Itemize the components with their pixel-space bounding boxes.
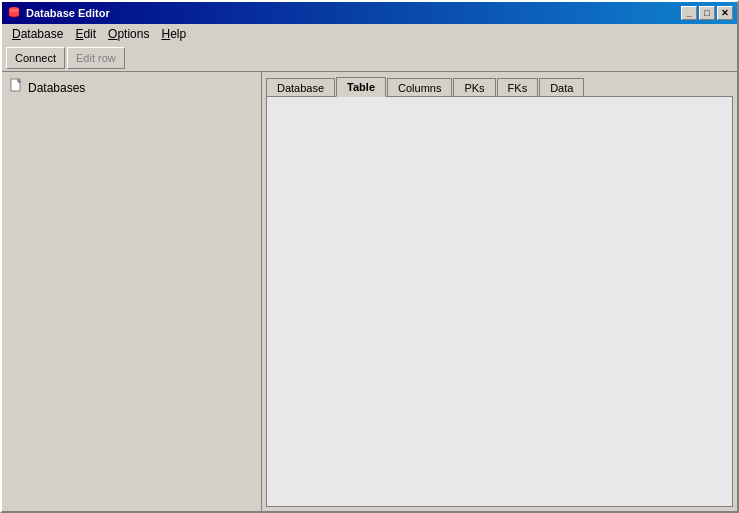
tab-fks[interactable]: FKs [497, 78, 539, 97]
main-content: Databases Database Table Columns PKs FKs… [2, 72, 737, 511]
menu-options[interactable]: Options [102, 25, 155, 43]
document-icon [10, 78, 24, 97]
minimize-button[interactable]: _ [681, 6, 697, 20]
close-button[interactable]: ✕ [717, 6, 733, 20]
databases-label: Databases [28, 81, 85, 95]
databases-tree-item[interactable]: Databases [6, 76, 257, 99]
main-window: Database Editor _ □ ✕ Database Edit Opti… [0, 0, 739, 513]
tab-data[interactable]: Data [539, 78, 584, 97]
tabs-container: Database Table Columns PKs FKs Data [266, 76, 733, 96]
toolbar: Connect Edit row [2, 44, 737, 72]
title-bar-buttons: _ □ ✕ [681, 6, 733, 20]
database-icon [6, 5, 22, 21]
title-bar: Database Editor _ □ ✕ [2, 2, 737, 24]
tab-table[interactable]: Table [336, 77, 386, 97]
menu-edit[interactable]: Edit [69, 25, 102, 43]
left-panel: Databases [2, 72, 262, 511]
menu-bar: Database Edit Options Help [2, 24, 737, 44]
maximize-button[interactable]: □ [699, 6, 715, 20]
window-title: Database Editor [26, 7, 110, 19]
tab-database[interactable]: Database [266, 78, 335, 97]
tab-pks[interactable]: PKs [453, 78, 495, 97]
title-bar-left: Database Editor [6, 5, 110, 21]
menu-help[interactable]: Help [155, 25, 192, 43]
right-panel: Database Table Columns PKs FKs Data [262, 72, 737, 511]
connect-button[interactable]: Connect [6, 47, 65, 69]
menu-database[interactable]: Database [6, 25, 69, 43]
tab-content-area [266, 96, 733, 507]
tab-columns[interactable]: Columns [387, 78, 452, 97]
edit-row-button[interactable]: Edit row [67, 47, 125, 69]
